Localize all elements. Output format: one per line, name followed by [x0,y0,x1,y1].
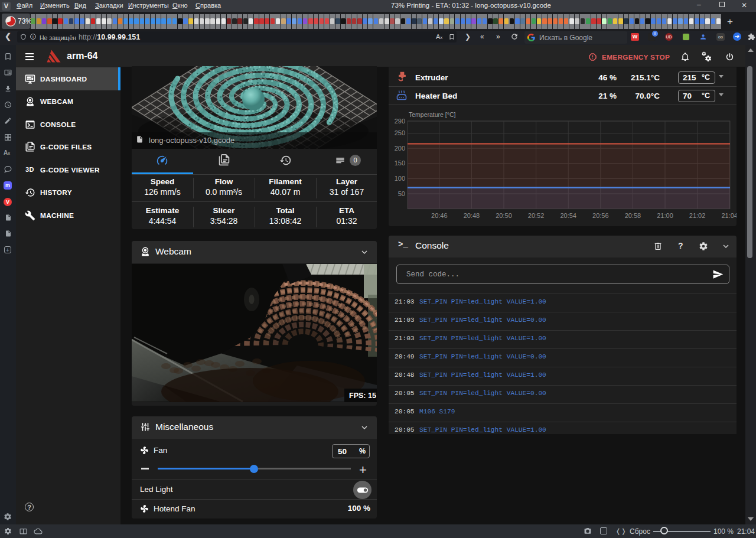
svg-text:20:46: 20:46 [431,212,448,219]
svg-text:200: 200 [395,145,405,152]
svg-text:21:00: 21:00 [657,212,673,219]
svg-text:20:50: 20:50 [496,212,512,219]
svg-text:250: 250 [395,129,405,136]
svg-text:FPS: 15: FPS: 15 [349,392,376,400]
svg-text:150: 150 [395,159,405,167]
svg-text:50: 50 [398,190,405,197]
svg-text:20:52: 20:52 [528,212,545,219]
svg-text:21:04: 21:04 [721,212,737,219]
svg-text:290: 290 [395,118,405,125]
svg-text:21:02: 21:02 [689,212,706,219]
svg-text:Temperature [°C]: Temperature [°C] [409,111,456,118]
svg-text:20:56: 20:56 [592,212,609,219]
svg-text:20:48: 20:48 [464,212,480,219]
svg-text:20:58: 20:58 [625,212,641,219]
svg-text:100: 100 [395,175,405,182]
svg-text:20:54: 20:54 [560,212,576,219]
